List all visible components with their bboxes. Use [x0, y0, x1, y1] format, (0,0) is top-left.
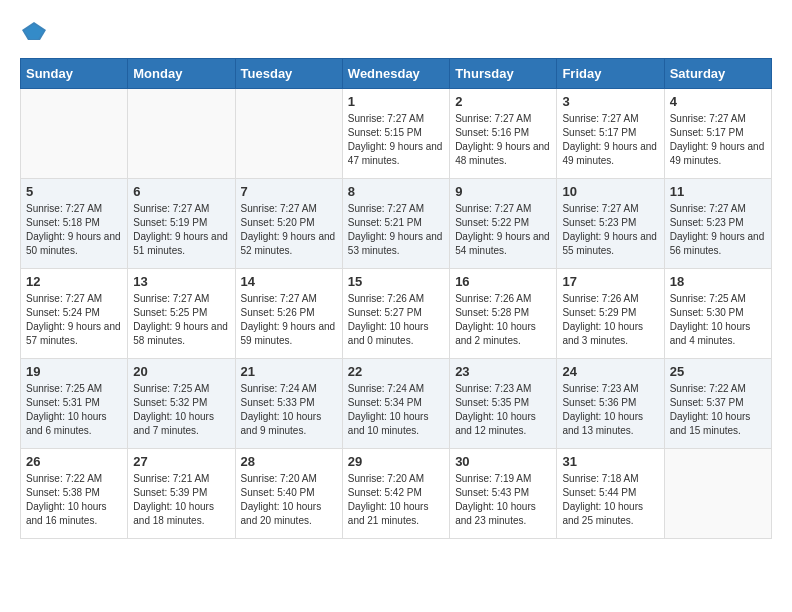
- day-content: Sunrise: 7:20 AM Sunset: 5:40 PM Dayligh…: [241, 472, 337, 528]
- day-number: 28: [241, 454, 337, 469]
- calendar-table: SundayMondayTuesdayWednesdayThursdayFrid…: [20, 58, 772, 539]
- calendar-cell: 4Sunrise: 7:27 AM Sunset: 5:17 PM Daylig…: [664, 89, 771, 179]
- weekday-header-thursday: Thursday: [450, 59, 557, 89]
- day-content: Sunrise: 7:23 AM Sunset: 5:35 PM Dayligh…: [455, 382, 551, 438]
- calendar-cell: 26Sunrise: 7:22 AM Sunset: 5:38 PM Dayli…: [21, 449, 128, 539]
- calendar-cell: [21, 89, 128, 179]
- day-content: Sunrise: 7:25 AM Sunset: 5:30 PM Dayligh…: [670, 292, 766, 348]
- day-content: Sunrise: 7:27 AM Sunset: 5:20 PM Dayligh…: [241, 202, 337, 258]
- calendar-cell: 12Sunrise: 7:27 AM Sunset: 5:24 PM Dayli…: [21, 269, 128, 359]
- day-content: Sunrise: 7:27 AM Sunset: 5:17 PM Dayligh…: [562, 112, 658, 168]
- calendar-week-row: 12Sunrise: 7:27 AM Sunset: 5:24 PM Dayli…: [21, 269, 772, 359]
- calendar-cell: 7Sunrise: 7:27 AM Sunset: 5:20 PM Daylig…: [235, 179, 342, 269]
- weekday-header-saturday: Saturday: [664, 59, 771, 89]
- calendar-cell: 28Sunrise: 7:20 AM Sunset: 5:40 PM Dayli…: [235, 449, 342, 539]
- day-content: Sunrise: 7:19 AM Sunset: 5:43 PM Dayligh…: [455, 472, 551, 528]
- weekday-header-sunday: Sunday: [21, 59, 128, 89]
- calendar-cell: 16Sunrise: 7:26 AM Sunset: 5:28 PM Dayli…: [450, 269, 557, 359]
- calendar-cell: [128, 89, 235, 179]
- day-content: Sunrise: 7:18 AM Sunset: 5:44 PM Dayligh…: [562, 472, 658, 528]
- calendar-cell: 2Sunrise: 7:27 AM Sunset: 5:16 PM Daylig…: [450, 89, 557, 179]
- day-number: 31: [562, 454, 658, 469]
- day-number: 29: [348, 454, 444, 469]
- day-content: Sunrise: 7:27 AM Sunset: 5:19 PM Dayligh…: [133, 202, 229, 258]
- day-number: 13: [133, 274, 229, 289]
- day-number: 9: [455, 184, 551, 199]
- calendar-cell: 15Sunrise: 7:26 AM Sunset: 5:27 PM Dayli…: [342, 269, 449, 359]
- calendar-week-row: 1Sunrise: 7:27 AM Sunset: 5:15 PM Daylig…: [21, 89, 772, 179]
- day-content: Sunrise: 7:26 AM Sunset: 5:27 PM Dayligh…: [348, 292, 444, 348]
- day-number: 26: [26, 454, 122, 469]
- calendar-cell: 21Sunrise: 7:24 AM Sunset: 5:33 PM Dayli…: [235, 359, 342, 449]
- calendar-cell: 23Sunrise: 7:23 AM Sunset: 5:35 PM Dayli…: [450, 359, 557, 449]
- calendar-cell: 13Sunrise: 7:27 AM Sunset: 5:25 PM Dayli…: [128, 269, 235, 359]
- day-number: 15: [348, 274, 444, 289]
- day-number: 11: [670, 184, 766, 199]
- day-number: 25: [670, 364, 766, 379]
- calendar-cell: 30Sunrise: 7:19 AM Sunset: 5:43 PM Dayli…: [450, 449, 557, 539]
- day-content: Sunrise: 7:27 AM Sunset: 5:23 PM Dayligh…: [562, 202, 658, 258]
- day-content: Sunrise: 7:25 AM Sunset: 5:32 PM Dayligh…: [133, 382, 229, 438]
- calendar-cell: 1Sunrise: 7:27 AM Sunset: 5:15 PM Daylig…: [342, 89, 449, 179]
- calendar-cell: [664, 449, 771, 539]
- calendar-cell: 19Sunrise: 7:25 AM Sunset: 5:31 PM Dayli…: [21, 359, 128, 449]
- day-content: Sunrise: 7:24 AM Sunset: 5:34 PM Dayligh…: [348, 382, 444, 438]
- calendar-week-row: 26Sunrise: 7:22 AM Sunset: 5:38 PM Dayli…: [21, 449, 772, 539]
- page-header: [20, 20, 772, 42]
- calendar-cell: 3Sunrise: 7:27 AM Sunset: 5:17 PM Daylig…: [557, 89, 664, 179]
- day-number: 18: [670, 274, 766, 289]
- day-content: Sunrise: 7:27 AM Sunset: 5:26 PM Dayligh…: [241, 292, 337, 348]
- calendar-cell: 8Sunrise: 7:27 AM Sunset: 5:21 PM Daylig…: [342, 179, 449, 269]
- day-content: Sunrise: 7:27 AM Sunset: 5:16 PM Dayligh…: [455, 112, 551, 168]
- calendar-cell: [235, 89, 342, 179]
- calendar-week-row: 19Sunrise: 7:25 AM Sunset: 5:31 PM Dayli…: [21, 359, 772, 449]
- day-number: 16: [455, 274, 551, 289]
- calendar-cell: 18Sunrise: 7:25 AM Sunset: 5:30 PM Dayli…: [664, 269, 771, 359]
- weekday-header-wednesday: Wednesday: [342, 59, 449, 89]
- day-content: Sunrise: 7:27 AM Sunset: 5:23 PM Dayligh…: [670, 202, 766, 258]
- calendar-cell: 14Sunrise: 7:27 AM Sunset: 5:26 PM Dayli…: [235, 269, 342, 359]
- day-content: Sunrise: 7:27 AM Sunset: 5:17 PM Dayligh…: [670, 112, 766, 168]
- day-number: 27: [133, 454, 229, 469]
- logo: [20, 20, 52, 42]
- day-number: 17: [562, 274, 658, 289]
- logo-icon: [20, 20, 48, 42]
- day-number: 3: [562, 94, 658, 109]
- day-content: Sunrise: 7:25 AM Sunset: 5:31 PM Dayligh…: [26, 382, 122, 438]
- calendar-cell: 11Sunrise: 7:27 AM Sunset: 5:23 PM Dayli…: [664, 179, 771, 269]
- calendar-cell: 22Sunrise: 7:24 AM Sunset: 5:34 PM Dayli…: [342, 359, 449, 449]
- day-content: Sunrise: 7:23 AM Sunset: 5:36 PM Dayligh…: [562, 382, 658, 438]
- weekday-header-friday: Friday: [557, 59, 664, 89]
- day-content: Sunrise: 7:27 AM Sunset: 5:21 PM Dayligh…: [348, 202, 444, 258]
- day-content: Sunrise: 7:27 AM Sunset: 5:25 PM Dayligh…: [133, 292, 229, 348]
- day-number: 12: [26, 274, 122, 289]
- calendar-cell: 5Sunrise: 7:27 AM Sunset: 5:18 PM Daylig…: [21, 179, 128, 269]
- calendar-week-row: 5Sunrise: 7:27 AM Sunset: 5:18 PM Daylig…: [21, 179, 772, 269]
- calendar-cell: 29Sunrise: 7:20 AM Sunset: 5:42 PM Dayli…: [342, 449, 449, 539]
- day-content: Sunrise: 7:20 AM Sunset: 5:42 PM Dayligh…: [348, 472, 444, 528]
- calendar-cell: 9Sunrise: 7:27 AM Sunset: 5:22 PM Daylig…: [450, 179, 557, 269]
- calendar-cell: 25Sunrise: 7:22 AM Sunset: 5:37 PM Dayli…: [664, 359, 771, 449]
- calendar-cell: 31Sunrise: 7:18 AM Sunset: 5:44 PM Dayli…: [557, 449, 664, 539]
- calendar-cell: 20Sunrise: 7:25 AM Sunset: 5:32 PM Dayli…: [128, 359, 235, 449]
- day-content: Sunrise: 7:27 AM Sunset: 5:18 PM Dayligh…: [26, 202, 122, 258]
- calendar-cell: 24Sunrise: 7:23 AM Sunset: 5:36 PM Dayli…: [557, 359, 664, 449]
- day-number: 14: [241, 274, 337, 289]
- day-content: Sunrise: 7:26 AM Sunset: 5:28 PM Dayligh…: [455, 292, 551, 348]
- day-number: 21: [241, 364, 337, 379]
- day-content: Sunrise: 7:24 AM Sunset: 5:33 PM Dayligh…: [241, 382, 337, 438]
- day-content: Sunrise: 7:21 AM Sunset: 5:39 PM Dayligh…: [133, 472, 229, 528]
- day-content: Sunrise: 7:26 AM Sunset: 5:29 PM Dayligh…: [562, 292, 658, 348]
- day-number: 19: [26, 364, 122, 379]
- day-number: 20: [133, 364, 229, 379]
- day-number: 10: [562, 184, 658, 199]
- day-number: 24: [562, 364, 658, 379]
- day-content: Sunrise: 7:27 AM Sunset: 5:22 PM Dayligh…: [455, 202, 551, 258]
- day-content: Sunrise: 7:22 AM Sunset: 5:38 PM Dayligh…: [26, 472, 122, 528]
- day-number: 4: [670, 94, 766, 109]
- weekday-header-monday: Monday: [128, 59, 235, 89]
- day-content: Sunrise: 7:22 AM Sunset: 5:37 PM Dayligh…: [670, 382, 766, 438]
- day-number: 23: [455, 364, 551, 379]
- day-number: 8: [348, 184, 444, 199]
- weekday-header-tuesday: Tuesday: [235, 59, 342, 89]
